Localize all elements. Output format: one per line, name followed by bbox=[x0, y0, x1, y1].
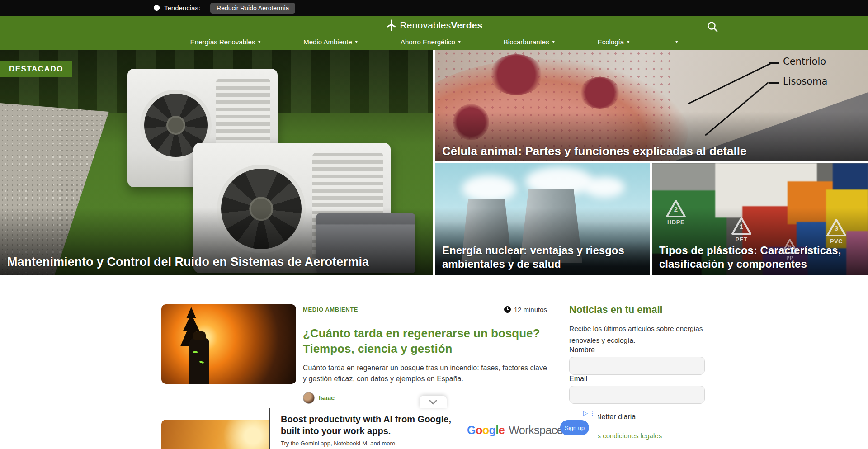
ad-options-icon[interactable]: ⋮ bbox=[590, 410, 595, 416]
diagram-label-centriolo: Centriolo bbox=[783, 56, 826, 67]
featured-title: Energía nuclear: ventajas y riesgos ambi… bbox=[435, 244, 650, 271]
author-avatar bbox=[303, 392, 315, 404]
search-button[interactable] bbox=[706, 20, 719, 33]
newsletter-title: Noticias en tu email bbox=[569, 304, 709, 316]
recycle-symbol-pp: 5 PP bbox=[781, 238, 798, 260]
nav-ahorro-energetico[interactable]: Ahorro Energético▾ bbox=[401, 38, 461, 46]
adchoices-controls[interactable]: ▷ ⋮ bbox=[583, 410, 595, 416]
article-excerpt: Cuánto tarda en regenerar un bosque tras… bbox=[303, 363, 547, 385]
diagram-leader-line bbox=[688, 62, 771, 104]
chevron-down-icon bbox=[427, 399, 439, 405]
name-label: Nombre bbox=[569, 346, 595, 354]
article-category-link[interactable]: MEDIO AMBIENTE bbox=[303, 306, 358, 313]
featured-article-aerotermia[interactable]: DESTACADO Mantenimiento y Control del Ru… bbox=[0, 50, 433, 275]
featured-title: Mantenimiento y Control del Ruido en Sis… bbox=[0, 254, 433, 270]
featured-article-celula[interactable]: Centriolo Lisosoma Célula animal: Partes… bbox=[435, 50, 868, 161]
email-label: Email bbox=[569, 375, 587, 383]
trending-label: Tendencias: bbox=[164, 4, 200, 12]
article-title-link[interactable]: ¿Cuánto tarda en regenerarse un bosque? … bbox=[303, 326, 547, 357]
nav-energias-renovables[interactable]: Energías Renovables▾ bbox=[190, 38, 260, 46]
featured-grid: DESTACADO Mantenimiento y Control del Ru… bbox=[0, 50, 868, 275]
featured-article-nuclear[interactable]: Energía nuclear: ventajas y riesgos ambi… bbox=[435, 163, 650, 275]
newsletter-description: Recibe los últimos artículos sobre energ… bbox=[569, 323, 705, 346]
chevron-down-icon: ▾ bbox=[458, 39, 461, 44]
trending-link[interactable]: Reducir Ruido Aerotermia bbox=[210, 3, 295, 14]
article-summary: MEDIO AMBIENTE 12 minutos ¿Cuánto tarda … bbox=[303, 306, 547, 404]
nav-more[interactable]: ▾ bbox=[672, 38, 678, 46]
chevron-down-icon: ▾ bbox=[552, 39, 555, 44]
email-field[interactable] bbox=[569, 386, 705, 404]
name-field[interactable] bbox=[569, 357, 705, 375]
chevron-down-icon: ▾ bbox=[627, 39, 629, 44]
brand-name: RenovablesVerdes bbox=[400, 20, 483, 31]
ad-collapse-button[interactable] bbox=[420, 396, 447, 408]
trending-bar: Tendencias: Reducir Ruido Aerotermia bbox=[0, 0, 868, 16]
recycle-symbol-pet: 1 PET bbox=[731, 217, 752, 243]
recycle-symbol-pvc: 3 PVC bbox=[826, 218, 847, 245]
featured-article-plasticos[interactable]: 2 HDPE 1 PET 3 PVC 5 PP Tipos de plástic… bbox=[652, 163, 868, 275]
article-thumbnail[interactable] bbox=[161, 304, 296, 384]
google-workspace-logo: Google Workspace bbox=[467, 424, 563, 437]
adchoices-icon[interactable]: ▷ bbox=[583, 410, 588, 416]
ad-headline: Boost productivity with AI from Google, … bbox=[281, 413, 451, 437]
clock-icon bbox=[504, 306, 511, 313]
ad-signup-button[interactable]: Sign up bbox=[560, 420, 589, 435]
site-header: RenovablesVerdes Energías Renovables▾ Me… bbox=[0, 16, 868, 50]
wind-turbine-icon bbox=[386, 19, 397, 32]
site-logo[interactable]: RenovablesVerdes bbox=[386, 19, 483, 32]
featured-title: Célula animal: Partes y funciones explic… bbox=[435, 144, 868, 159]
flame-icon bbox=[152, 4, 160, 12]
chevron-down-icon: ▾ bbox=[355, 39, 358, 44]
page: Tendencias: Reducir Ruido Aerotermia Ren… bbox=[0, 0, 868, 449]
ad-banner[interactable]: Boost productivity with AI from Google, … bbox=[269, 408, 598, 449]
chevron-down-icon: ▾ bbox=[675, 39, 678, 44]
nav-biocarburantes[interactable]: Biocarburantes▾ bbox=[504, 38, 555, 46]
recycle-symbol-hdpe: 2 HDPE bbox=[665, 199, 686, 226]
diagram-label-lisosoma: Lisosoma bbox=[783, 76, 827, 87]
main-nav: Energías Renovables▾ Medio Ambiente▾ Aho… bbox=[0, 38, 868, 46]
nav-medio-ambiente[interactable]: Medio Ambiente▾ bbox=[303, 38, 358, 46]
chevron-down-icon: ▾ bbox=[258, 39, 260, 44]
read-time: 12 minutos bbox=[504, 306, 547, 313]
featured-badge: DESTACADO bbox=[0, 61, 72, 77]
search-icon bbox=[706, 20, 719, 33]
author-name: Isaac bbox=[319, 394, 335, 402]
featured-title: Tipos de plásticos: Características, cla… bbox=[652, 244, 868, 271]
ad-subtext: Try the Gemini app, NotebookLM, and more… bbox=[281, 440, 397, 447]
nav-ecologia[interactable]: Ecología▾ bbox=[598, 38, 629, 46]
